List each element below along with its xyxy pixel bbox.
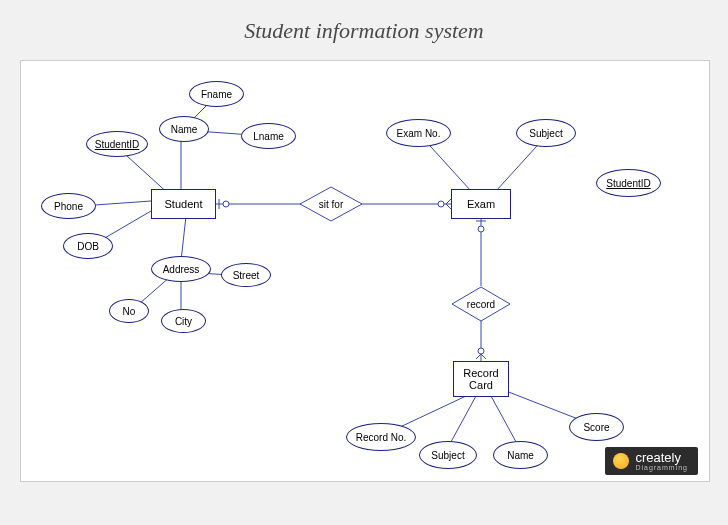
attr-phone[interactable]: Phone	[41, 193, 96, 219]
attr-city[interactable]: City	[161, 309, 206, 333]
attr-record-subject[interactable]: Subject	[419, 441, 477, 469]
attr-exam-student-id[interactable]: StudentID	[596, 169, 661, 197]
lightbulb-icon	[613, 453, 629, 469]
svg-point-20	[478, 226, 484, 232]
creately-watermark: creately Diagramming	[605, 447, 698, 475]
attr-score[interactable]: Score	[569, 413, 624, 441]
relationship-sit-for[interactable]: sit for	[299, 186, 363, 222]
attr-student-id[interactable]: StudentID	[86, 131, 148, 157]
entity-student[interactable]: Student	[151, 189, 216, 219]
attr-exam-subject[interactable]: Subject	[516, 119, 576, 147]
svg-point-14	[438, 201, 444, 207]
svg-line-25	[481, 354, 486, 359]
attr-street[interactable]: Street	[221, 263, 271, 287]
attr-lname[interactable]: Lname	[241, 123, 296, 149]
diagram-title: Student information system	[0, 18, 728, 44]
watermark-brand: creately	[635, 450, 681, 465]
entity-record-card[interactable]: Record Card	[453, 361, 509, 397]
entity-exam[interactable]: Exam	[451, 189, 511, 219]
attr-dob[interactable]: DOB	[63, 233, 113, 259]
relationship-record[interactable]: record	[451, 286, 511, 322]
attr-no[interactable]: No	[109, 299, 149, 323]
attr-fname[interactable]: Fname	[189, 81, 244, 107]
attr-exam-no[interactable]: Exam No.	[386, 119, 451, 147]
attr-name[interactable]: Name	[159, 116, 209, 142]
svg-point-12	[223, 201, 229, 207]
attr-record-no[interactable]: Record No.	[346, 423, 416, 451]
svg-line-4	[181, 216, 186, 261]
attr-address[interactable]: Address	[151, 256, 211, 282]
svg-point-23	[478, 348, 484, 354]
attr-record-name[interactable]: Name	[493, 441, 548, 469]
diagram-canvas: Student StudentID Name Fname Lname Phone…	[20, 60, 710, 482]
svg-line-24	[476, 354, 481, 359]
watermark-tagline: Diagramming	[635, 464, 688, 471]
